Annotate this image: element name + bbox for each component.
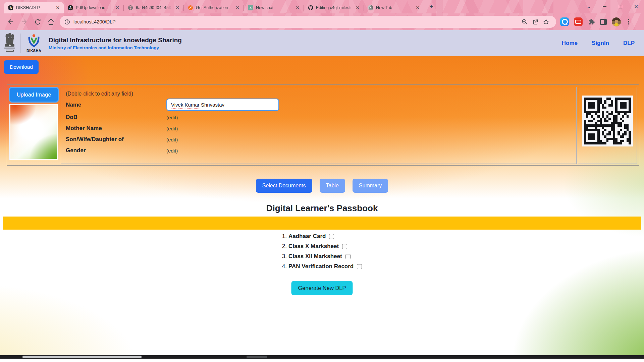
tab-new-tab[interactable]: New Tab ✕ — [364, 2, 424, 13]
nav-dlp-link[interactable]: DLP — [623, 40, 635, 47]
home-icon[interactable] — [44, 16, 58, 27]
document-checkbox[interactable] — [342, 244, 347, 249]
url-text[interactable]: localhost:4200/DLP — [73, 19, 519, 24]
scrollbar-segment — [247, 356, 267, 358]
postman-icon — [188, 5, 193, 10]
tab-title: PdfUpdownload — [76, 5, 112, 10]
photo-column: Upload Image — [9, 87, 59, 163]
header-nav: Home SignIn DLP — [562, 40, 635, 47]
document-item-pan: 4. PAN Verification Record — [282, 263, 362, 270]
scrollbar-thumb[interactable] — [22, 356, 142, 358]
share-icon[interactable] — [530, 16, 541, 27]
select-documents-button[interactable]: Select Documents — [256, 179, 312, 193]
upload-image-button[interactable]: Upload Image — [9, 87, 59, 103]
summary-button[interactable]: Summary — [353, 179, 388, 193]
field-edit-value[interactable]: (edit) — [166, 115, 178, 120]
tab-search-chevron-icon[interactable]: ⌄ — [581, 0, 597, 13]
extension-blue-icon[interactable] — [560, 17, 569, 26]
field-edit-value[interactable]: (edit) — [166, 137, 178, 142]
document-label: Class X Marksheet — [288, 243, 339, 250]
extension-red-icon[interactable] — [574, 17, 583, 26]
horizontal-scrollbar[interactable] — [0, 355, 644, 359]
tab-close-icon[interactable]: ✕ — [115, 5, 120, 10]
reload-icon[interactable] — [31, 16, 44, 27]
field-label: Mother Name — [66, 125, 166, 132]
name-word: Shrivastav — [201, 102, 224, 108]
tab-title: Get Authorization - M — [196, 5, 232, 10]
minimize-button[interactable] — [597, 0, 612, 13]
document-number: 3. — [282, 253, 287, 260]
angular-icon: A — [68, 5, 73, 10]
page-title: Digital Learner's Passbook — [0, 203, 644, 214]
site-header: DIKSHA Digital Infrastructure for knowle… — [0, 30, 644, 56]
generate-new-dlp-button[interactable]: Generate New DLP — [291, 281, 353, 295]
close-button[interactable]: ✕ — [628, 0, 644, 13]
tab-close-icon[interactable]: ✕ — [235, 5, 240, 10]
tab-github-editing[interactable]: Editing c4gt-mileston ✕ — [304, 2, 364, 13]
details-fieldset: (Doble-click to edit any field) Name Viv… — [61, 87, 577, 164]
tab-close-icon[interactable]: ✕ — [175, 5, 180, 10]
document-label: Aadhaar Card — [288, 233, 326, 240]
tab-new-chat[interactable]: ✳ New chat ✕ — [244, 2, 304, 13]
field-edit-value[interactable]: (edit) — [166, 126, 178, 131]
address-bar[interactable]: localhost:4200/DLP — [60, 16, 556, 28]
document-number: 4. — [282, 263, 287, 270]
download-button[interactable]: Download — [4, 60, 39, 74]
field-label: DoB — [66, 114, 166, 121]
chrome-icon — [368, 5, 373, 10]
side-panel-icon[interactable] — [600, 19, 607, 25]
site-title: Digital Infrastructure for knowledge Sha… — [49, 37, 182, 44]
profile-avatar[interactable] — [612, 17, 621, 26]
tab-get-authorization[interactable]: Get Authorization - M ✕ — [184, 2, 244, 13]
maximize-button[interactable] — [612, 0, 628, 13]
document-item-class-xii: 3. Class XII Marksheet — [282, 253, 362, 260]
field-label: Son/Wife/Daughter of — [66, 136, 166, 143]
document-label: PAN Verification Record — [288, 263, 354, 270]
view-actions: Select Documents Table Summary — [0, 179, 644, 193]
tab-pdfupdownload[interactable]: A PdfUpdownload ✕ — [64, 2, 123, 13]
qr-panel — [578, 87, 637, 164]
header-divider — [20, 34, 20, 53]
chatgpt-icon: ✳ — [248, 5, 253, 10]
qr-code — [582, 96, 633, 146]
table-button[interactable]: Table — [320, 179, 345, 193]
zoom-out-icon[interactable] — [519, 16, 530, 27]
nav-signin-link[interactable]: SignIn — [592, 40, 609, 47]
tab-dikshadlp[interactable]: A DIKSHADLP ✕ — [4, 2, 64, 13]
new-tab-button[interactable]: + — [427, 2, 436, 11]
document-label: Class XII Marksheet — [288, 253, 342, 260]
browser-toolbar: localhost:4200/DLP — [0, 13, 644, 30]
field-row-mother-name: Mother Name (edit) — [66, 125, 572, 132]
document-number: 1. — [282, 233, 287, 240]
field-edit-value[interactable]: (edit) — [166, 148, 178, 154]
tab-title: New chat — [256, 5, 292, 10]
tab-uuid[interactable]: 6ad44c90-f04f-453e-a ✕ — [124, 2, 183, 13]
extensions-puzzle-icon[interactable] — [588, 18, 595, 25]
tab-close-icon[interactable]: ✕ — [415, 5, 420, 10]
tab-close-icon[interactable]: ✕ — [355, 5, 360, 10]
field-row-guardian: Son/Wife/Daughter of (edit) — [66, 136, 572, 143]
india-emblem-icon — [4, 33, 15, 54]
site-subtitle: Ministry of Electronics and Information … — [49, 45, 182, 50]
tab-title: New Tab — [376, 5, 412, 10]
menu-dots-icon[interactable] — [626, 19, 631, 25]
forward-icon[interactable] — [17, 16, 31, 27]
tab-close-icon[interactable]: ✕ — [295, 5, 300, 10]
tricolor-photo — [10, 105, 57, 159]
document-checkbox[interactable] — [329, 234, 334, 239]
bookmark-star-icon[interactable] — [541, 16, 551, 27]
diksha-logo-text: DIKSHA — [26, 49, 41, 53]
document-list: 1. Aadhaar Card 2. Class X Marksheet 3. … — [0, 233, 644, 273]
name-word: Kumar — [185, 102, 200, 108]
tab-title: Editing c4gt-mileston — [316, 5, 352, 10]
document-checkbox[interactable] — [345, 254, 351, 259]
nav-home-link[interactable]: Home — [562, 40, 578, 47]
document-item-aadhaar: 1. Aadhaar Card — [282, 233, 362, 240]
tab-strip: A DIKSHADLP ✕ A PdfUpdownload ✕ 6ad44c90… — [0, 0, 644, 13]
back-icon[interactable] — [4, 16, 17, 27]
tab-close-icon[interactable]: ✕ — [55, 5, 60, 10]
name-input[interactable]: Vivek Kumar Shrivastav — [166, 99, 279, 111]
site-info-icon[interactable] — [64, 19, 70, 25]
extensions-cluster — [560, 17, 631, 26]
document-checkbox[interactable] — [357, 264, 362, 269]
